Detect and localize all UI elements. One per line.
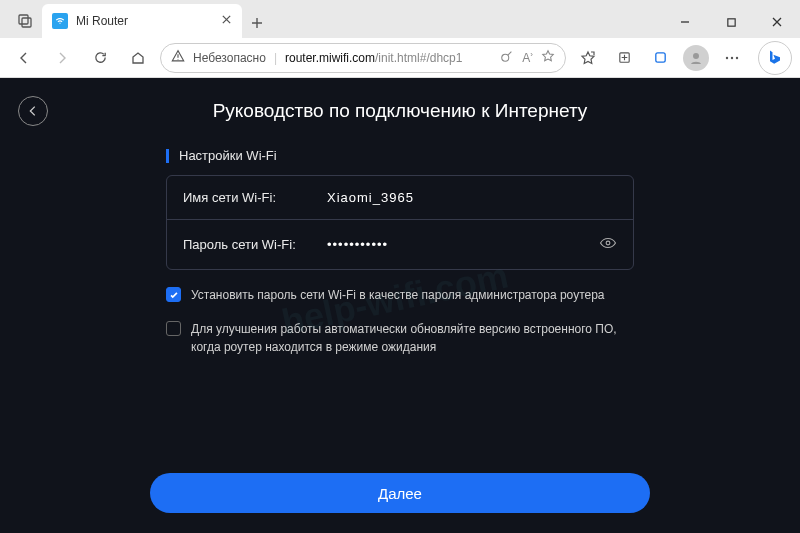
ssid-field[interactable]: Имя сети Wi-Fi: Xiaomi_3965 <box>167 176 633 219</box>
checkbox-auto-update[interactable]: Для улучшения работы автоматически обнов… <box>166 320 634 356</box>
favorite-icon[interactable] <box>541 49 555 66</box>
svg-point-6 <box>693 53 699 59</box>
nav-back-button[interactable] <box>8 42 40 74</box>
address-actions: A› <box>500 49 555 66</box>
wifi-settings-form: Настройки Wi-Fi Имя сети Wi-Fi: Xiaomi_3… <box>166 148 634 356</box>
tab-overview-icon[interactable] <box>8 4 42 38</box>
svg-point-10 <box>606 241 610 245</box>
insecure-icon <box>171 49 185 66</box>
new-tab-button[interactable] <box>242 8 272 38</box>
accent-bar-icon <box>166 149 169 163</box>
section-title: Настройки Wi-Fi <box>179 148 277 163</box>
favicon-icon <box>52 13 68 29</box>
browser-tab[interactable]: Mi Router <box>42 4 242 38</box>
tab-title: Mi Router <box>76 14 128 28</box>
reader-icon[interactable] <box>500 49 514 66</box>
checkbox-unchecked-icon <box>166 321 181 336</box>
checkbox-admin-label: Установить пароль сети Wi-Fi в качестве … <box>191 286 605 304</box>
next-button-label: Далее <box>378 485 422 502</box>
ssid-value: Xiaomi_3965 <box>327 190 414 205</box>
nav-refresh-button[interactable] <box>84 42 116 74</box>
nav-forward-button <box>46 42 78 74</box>
ssid-label: Имя сети Wi-Fi: <box>183 190 313 205</box>
checkbox-autoupdate-label: Для улучшения работы автоматически обнов… <box>191 320 634 356</box>
svg-point-7 <box>726 56 728 58</box>
next-button[interactable]: Далее <box>150 473 650 513</box>
window-minimize-button[interactable] <box>662 6 708 38</box>
svg-point-3 <box>502 54 509 61</box>
favorites-button[interactable] <box>572 42 604 74</box>
page-title: Руководство по подключению к Интернету <box>0 78 800 122</box>
field-box: Имя сети Wi-Fi: Xiaomi_3965 Пароль сети … <box>166 175 634 270</box>
svg-point-9 <box>736 56 738 58</box>
tab-close-icon[interactable] <box>221 14 232 28</box>
checkbox-checked-icon <box>166 287 181 302</box>
profile-button[interactable] <box>680 42 712 74</box>
url-path: /init.html#/dhcp1 <box>375 51 462 65</box>
tab-strip: Mi Router <box>0 4 662 38</box>
window-maximize-button[interactable] <box>708 6 754 38</box>
bing-button[interactable] <box>758 41 792 75</box>
checkbox-set-admin-password[interactable]: Установить пароль сети Wi-Fi в качестве … <box>166 286 634 304</box>
window-controls <box>662 6 800 38</box>
text-size-icon[interactable]: A› <box>522 50 533 65</box>
svg-rect-1 <box>22 18 31 27</box>
page-content: Руководство по подключению к Интернету h… <box>0 78 800 533</box>
avatar-icon <box>683 45 709 71</box>
page-back-button[interactable] <box>18 96 48 126</box>
password-field[interactable]: Пароль сети Wi-Fi: ••••••••••• <box>167 219 633 269</box>
svg-rect-0 <box>19 15 28 24</box>
extensions-button[interactable] <box>644 42 676 74</box>
window-titlebar: Mi Router <box>0 0 800 38</box>
nav-home-button[interactable] <box>122 42 154 74</box>
show-password-icon[interactable] <box>599 234 617 255</box>
address-bar[interactable]: Небезопасно | router.miwifi.com/init.htm… <box>160 43 566 73</box>
password-label: Пароль сети Wi-Fi: <box>183 237 313 252</box>
svg-rect-5 <box>655 53 664 62</box>
browser-toolbar: Небезопасно | router.miwifi.com/init.htm… <box>0 38 800 78</box>
section-header: Настройки Wi-Fi <box>166 148 634 163</box>
url-host: router.miwifi.com <box>285 51 375 65</box>
password-value: ••••••••••• <box>327 237 388 252</box>
window-close-button[interactable] <box>754 6 800 38</box>
more-button[interactable] <box>716 42 748 74</box>
insecure-label: Небезопасно <box>193 51 266 65</box>
collections-button[interactable] <box>608 42 640 74</box>
svg-point-8 <box>731 56 733 58</box>
svg-rect-2 <box>727 18 734 25</box>
